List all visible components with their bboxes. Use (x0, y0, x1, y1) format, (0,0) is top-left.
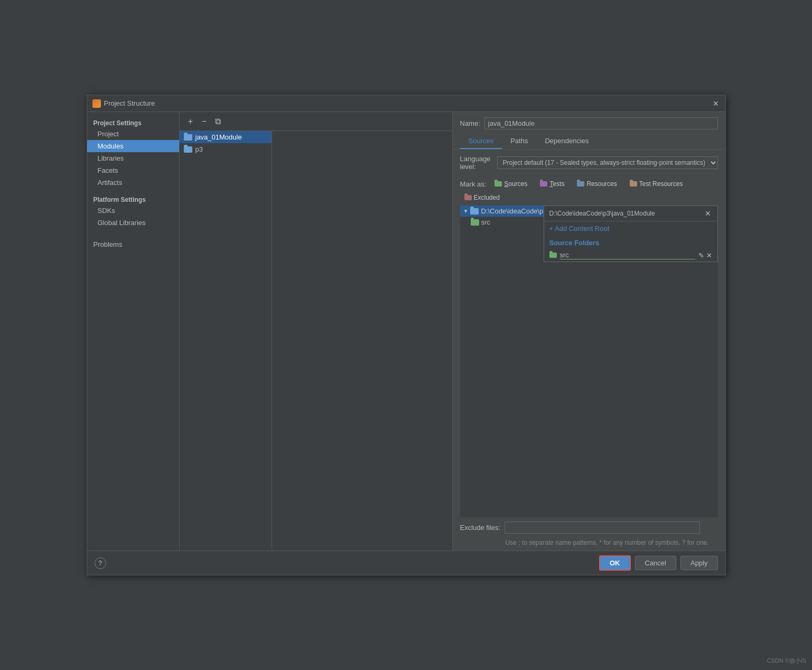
exclude-row: Exclude files: (453, 517, 725, 538)
main-content-area: + − ⧉ java_01Module p3 (180, 112, 725, 551)
project-settings-label: Project Settings (87, 116, 179, 128)
sidebar-item-modules[interactable]: Modules (87, 140, 179, 152)
tests-folder-icon (540, 181, 547, 187)
tab-paths[interactable]: Paths (502, 134, 536, 149)
app-icon (92, 99, 101, 108)
mark-as-row: Mark as: Sources Tests Resources (453, 176, 725, 206)
tree-area: ▼ D:\Code\ideaCode\p3\java_01Module src (460, 206, 718, 517)
popup-src-label: src (560, 251, 695, 259)
main-content: Project Settings Project Modules Librari… (87, 112, 725, 551)
popup-header: D:\Code\ideaCode\p3\java_01Module ✕ (544, 206, 717, 221)
mark-sources-button[interactable]: Sources (490, 179, 531, 189)
mark-test-resources-button[interactable]: Test Resources (626, 179, 687, 189)
sidebar-item-artifacts[interactable]: Artifacts (87, 176, 179, 189)
language-row: Language level: Project default (17 - Se… (453, 150, 725, 176)
name-label: Name: (460, 119, 480, 127)
name-row: Name: (453, 112, 725, 134)
popup-src-row: src ✎ ✕ (544, 249, 717, 262)
cancel-button[interactable]: Cancel (635, 556, 676, 570)
popup-delete-icon[interactable]: ✕ (706, 252, 712, 259)
module-list: java_01Module p3 (180, 131, 272, 551)
module-panel: + − ⧉ java_01Module p3 (180, 112, 453, 551)
name-input[interactable] (484, 117, 718, 129)
tree-src-folder-icon (471, 219, 479, 226)
module-folder-icon (184, 134, 192, 141)
tree-root-folder-icon (470, 208, 479, 215)
title-bar-left: Project Structure (92, 99, 155, 108)
mark-excluded-button[interactable]: Excluded (460, 193, 504, 202)
platform-settings-label: Platform Settings (87, 193, 179, 204)
mark-resources-button[interactable]: Resources (573, 179, 621, 189)
resources-folder-icon (577, 181, 584, 187)
mark-tests-button[interactable]: Tests (536, 179, 568, 189)
tab-content: Language level: Project default (17 - Se… (453, 150, 725, 551)
exclude-label: Exclude files: (460, 524, 501, 532)
sources-folder-icon (494, 181, 502, 187)
sidebar-item-sdks[interactable]: SDKs (87, 204, 179, 217)
module-folder-icon-p3 (184, 146, 192, 153)
language-select[interactable]: Project default (17 - Sealed types, alwa… (497, 156, 718, 169)
sidebar-item-libraries[interactable]: Libraries (87, 152, 179, 164)
remove-module-button[interactable]: − (199, 116, 210, 127)
module-toolbar: + − ⧉ (180, 112, 452, 131)
sidebar-item-global-libraries[interactable]: Global Libraries (87, 217, 179, 229)
action-buttons: OK Cancel Apply (599, 555, 718, 571)
popup-src-actions: ✎ ✕ (698, 252, 712, 259)
tab-sources[interactable]: Sources (460, 134, 502, 149)
popup-src-icon (549, 253, 557, 258)
tabs-bar: Sources Paths Dependencies (453, 134, 725, 150)
popup-close-button[interactable]: ✕ (704, 209, 712, 218)
module-item-p3[interactable]: p3 (180, 143, 272, 155)
problems-label: Problems (94, 240, 123, 248)
popup-edit-icon[interactable]: ✎ (698, 252, 704, 259)
mark-as-label: Mark as: (460, 180, 487, 188)
chevron-icon: ▼ (463, 208, 469, 214)
sidebar-item-facets[interactable]: Facets (87, 164, 179, 176)
hint-text: Use ; to separate name patterns, * for a… (453, 538, 725, 551)
popup-path: D:\Code\ideaCode\p3\java_01Module (549, 210, 655, 217)
source-folders-title: Source Folders (544, 236, 717, 249)
excluded-folder-icon (464, 195, 472, 200)
sidebar-divider (87, 189, 179, 193)
ok-button[interactable]: OK (599, 555, 631, 571)
sidebar-item-project[interactable]: Project (87, 128, 179, 140)
module-item-java01[interactable]: java_01Module (180, 131, 272, 143)
sidebar: Project Settings Project Modules Librari… (87, 112, 180, 551)
apply-button[interactable]: Apply (680, 556, 718, 570)
sidebar-divider-2 (87, 229, 179, 233)
add-module-button[interactable]: + (185, 116, 197, 127)
language-label: Language level: (460, 155, 493, 171)
popup-panel: D:\Code\ideaCode\p3\java_01Module ✕ + Ad… (544, 206, 718, 262)
copy-module-button[interactable]: ⧉ (212, 116, 224, 127)
title-bar: Project Structure ✕ (87, 95, 725, 112)
problems-section: Problems (87, 233, 179, 256)
tab-dependencies[interactable]: Dependencies (536, 134, 597, 149)
add-content-root-button[interactable]: + Add Content Root (544, 221, 717, 236)
right-panel: Name: Sources Paths Dependencies Languag… (453, 112, 725, 551)
exclude-input[interactable] (505, 522, 700, 534)
help-button[interactable]: ? (95, 557, 106, 569)
watermark: CSDN ©放小白 (767, 657, 807, 665)
bottom-bar: ? OK Cancel Apply (87, 551, 725, 575)
close-button[interactable]: ✕ (712, 99, 720, 108)
dialog-title: Project Structure (104, 99, 155, 107)
test-resources-folder-icon (630, 181, 637, 187)
